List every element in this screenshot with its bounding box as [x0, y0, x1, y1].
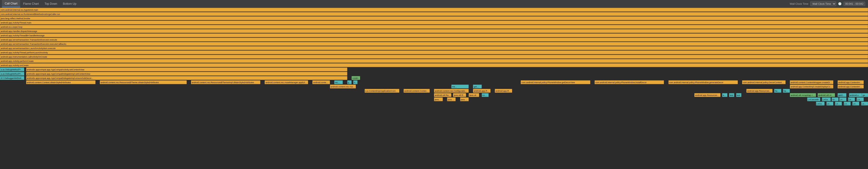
tab-call-chart[interactable]: Call Chart	[2, 0, 20, 7]
flame-block[interactable]: android.app.ContextImpl.createDisplayCon…	[838, 80, 864, 84]
flame-block[interactable]: j.oCascade	[857, 97, 864, 101]
flame-block[interactable]: test	[736, 93, 741, 97]
flame-block[interactable]: android.content.res.AssetManager.nativeA…	[330, 85, 356, 88]
flame-block[interactable]: compu...	[482, 93, 489, 97]
flame-block[interactable]: android.app.ResourcesManager.createResou…	[746, 89, 773, 93]
flame-block[interactable]: androidx.appcompat.app.AppCompatDelegate…	[26, 72, 347, 76]
flame-block[interactable]: android.app.ActivityThread.main	[0, 20, 868, 25]
flame-block[interactable]: android.app.ContextImpl.createDisplayCon…	[838, 85, 864, 88]
chart-area: com.android.internal.os.ZygoteInit.main …	[0, 8, 868, 169]
flame-block[interactable]: android.app.servertransaction.Transactio…	[0, 38, 868, 41]
flame-block[interactable]: android.app.servertransaction.LaunchActi…	[0, 46, 868, 50]
flame-block[interactable]: getOrCreate<	[838, 93, 846, 97]
flame-block[interactable]: android.content.Context.obtainStyledAttr…	[26, 80, 95, 84]
flame-block[interactable]: java.util.AtomicLong.compareAndSet...	[434, 97, 443, 101]
table-row: android.app.servertransaction.Transactio…	[0, 42, 868, 46]
tab-top-down[interactable]: Top Down	[41, 0, 60, 7]
flame-block[interactable]: android.content.ContentResolver.<init>	[404, 89, 430, 93]
flame-block[interactable]: j.oCascade	[822, 97, 831, 101]
flame-block[interactable]: android.content.res.Configuration.<init>	[434, 89, 469, 93]
table-row: android.app.Instrumentation.callActivity…	[0, 54, 868, 59]
table-row: java.util.AtomicLong.compareAndSet... ja…	[0, 97, 868, 101]
flame-block[interactable]: a.a.ContentImpIApplicationContextResolve…	[365, 89, 399, 93]
flame-block[interactable]: android.app.ResourcesManager.getResource…	[473, 89, 490, 93]
flame-block[interactable]: android.os.Looper.loop	[0, 25, 868, 29]
flame-block[interactable]: a.as.DebugMethodTracing	[0, 72, 24, 76]
flame-block[interactable]: get...	[347, 80, 351, 84]
flame-block[interactable]: com.android.internal.os.ZygoteInit.main	[0, 8, 868, 12]
flame-block[interactable]: android.app.Activity.onCreate	[0, 63, 868, 67]
flame-block[interactable]: android.content.res.AssetManager.applySt…	[265, 80, 308, 84]
flame-block[interactable]: android.content.res.TypeArray.obtain	[312, 80, 330, 84]
flame-block[interactable]: d.l.l.DebuggerMethodTracing	[0, 76, 24, 80]
table-row: com.android.internal.os.ZygoteInit.main	[0, 8, 868, 12]
table-row: a.as.DebugMethodTracing androidx.appcomp…	[0, 67, 868, 72]
flame-block[interactable]: android.util.Random.<init>	[434, 93, 451, 97]
flame-block[interactable]: java.util.AtomicLong.set...	[447, 97, 456, 101]
table-row: d.l.l.DebuggerMethodTracing androidx.app…	[0, 76, 868, 80]
flame-block[interactable]: java.util.Random.<init>	[453, 93, 466, 97]
flame-block[interactable]: new...	[353, 80, 358, 84]
flame-block[interactable]: com.android.internal.os.RuntimeInit$Meth…	[0, 12, 868, 16]
flame-block[interactable]: com.android.internal.policy.PhoneWindow.…	[521, 80, 590, 84]
flame-block[interactable]: test	[729, 93, 734, 97]
table-row: android.app.Handler.dispatchMessage	[0, 29, 868, 33]
flame-container[interactable]: com.android.internal.os.ZygoteInit.main …	[0, 8, 868, 169]
flame-block[interactable]: compareTo	[832, 97, 839, 101]
flame-block[interactable]: android.util.Ta...	[849, 93, 862, 97]
flame-block[interactable]: android.app.ActivityThread.performLaunch…	[0, 50, 868, 54]
flame-block[interactable]: android.content.ContextWrapper.createDis…	[790, 80, 833, 84]
table-row: android.util.Random.<init> java.util.Ran…	[0, 93, 868, 97]
flame-block[interactable]: getOrCo...	[862, 93, 868, 97]
flame-block[interactable]: me...	[451, 85, 469, 88]
flame-block[interactable]: get...	[473, 85, 482, 88]
flame-block[interactable]: android.app.Handler.dispatchMessage	[0, 29, 868, 33]
flame-block[interactable]: androidx.appcompat.app.AppCompatDelegate…	[26, 76, 347, 80]
flame-block[interactable]: android.app.ResourcesManager.findOrCreat…	[694, 93, 720, 97]
table-row: android.app.servertransaction.Transactio…	[0, 37, 868, 42]
flame-block[interactable]: a.s.test	[722, 93, 727, 97]
flame-block[interactable]: android.app.ResourcesManager.getResource…	[495, 89, 512, 93]
flame-block[interactable]: rec...	[334, 80, 343, 84]
flame-block[interactable]: j.oCascade	[807, 97, 820, 101]
table-row: android.app.ActivityThread.main	[0, 20, 868, 25]
table-row: android.app.Activity.onCreate	[0, 63, 868, 67]
tab-flame-chart[interactable]: Flame Chart	[20, 0, 41, 7]
flame-block[interactable]: j.oCascade	[844, 102, 851, 105]
flame-block[interactable]: j.oCascade	[839, 97, 846, 101]
flame-block[interactable]: android.content.res.Resources$ThemeImpl.…	[191, 80, 260, 84]
flame-block[interactable]: java.lang.reflect.Method.invoke	[0, 16, 868, 20]
flame-block[interactable]: com.android.internal.policy.PhoneWindow.…	[669, 80, 738, 84]
flame-block[interactable]: android.content.res.Resources$Theme.obta…	[100, 80, 186, 84]
wall-clock-label: Wall Clock Time	[789, 2, 808, 5]
flame-block[interactable]: android.util.ArraySet.<init>	[818, 93, 835, 97]
flame-block[interactable]: android.app.ActivityThread$H.handleMessa…	[0, 33, 868, 37]
table-row: android.app.ActivityThread$H.handleMessa…	[0, 33, 868, 37]
tab-bottom-up[interactable]: Bottom Up	[60, 0, 79, 7]
flame-block[interactable]: j.oCascade	[835, 102, 842, 105]
flame-block[interactable]: android.app.servertransaction.Transactio…	[0, 42, 868, 46]
table-row: a.as.DebugMethodTracing androidx.appcomp…	[0, 72, 868, 76]
flame-block[interactable]: hashCode	[774, 89, 781, 93]
flame-block[interactable]: j.oCascade	[816, 102, 825, 105]
flame-block[interactable]: j.oCascade	[827, 102, 833, 105]
flame-block[interactable]: java.util.Random.setSeed	[469, 93, 479, 97]
flame-block[interactable]: android.util.ArrayMap.<init>	[790, 93, 816, 97]
clock-icon: 🕐	[838, 2, 842, 5]
flame-block[interactable]: <cinit>	[351, 76, 360, 80]
flame-block[interactable]: com.android.internal.policy.DecorContext…	[742, 80, 785, 84]
flame-block[interactable]: com.android.internal.policy.PhoneWindow.…	[595, 80, 664, 84]
flame-block[interactable]: android.app.ContextImpl.createDisplayCon…	[790, 85, 833, 88]
table-row: java.lang.reflect.Method.invoke	[0, 16, 868, 20]
flame-block[interactable]: android.app.Instrumentation.callActivity…	[0, 55, 868, 58]
flame-block[interactable]: j.oCascade	[848, 97, 855, 101]
wall-clock-select[interactable]: Wall Clock Time Thread Time	[810, 1, 836, 6]
table-row: android.os.Looper.loop	[0, 25, 868, 29]
flame-block[interactable]: java.util.Random.initialScramble	[460, 97, 469, 101]
flame-block[interactable]: j.oCascade	[852, 102, 859, 105]
flame-block[interactable]: androidx.appcompat.app.AppCompatActivity…	[26, 68, 347, 71]
flame-block[interactable]: hashCo...	[783, 89, 790, 93]
flame-block[interactable]: android.app.Activity.performCreate	[0, 59, 868, 63]
flame-block[interactable]: a.as.DebugMethodTracing	[0, 68, 24, 71]
flame-block[interactable]: j.oCascade	[861, 102, 868, 105]
